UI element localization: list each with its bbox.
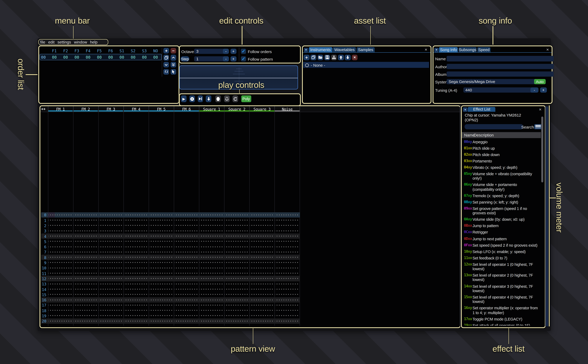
pattern-cell[interactable]: [48, 260, 73, 265]
pattern-cell[interactable]: [124, 286, 148, 292]
pattern-cell[interactable]: [149, 244, 173, 249]
pattern-cell[interactable]: [99, 218, 123, 223]
pattern-cell[interactable]: [149, 249, 173, 255]
effect-list-item[interactable]: 09xxSet groove pattern (speed 1 if no gr…: [462, 206, 542, 217]
step-decrement-button[interactable]: -: [223, 56, 229, 61]
pattern-cell[interactable]: [225, 218, 249, 223]
pattern-cell[interactable]: [275, 302, 299, 308]
tab-instruments[interactable]: Instruments: [309, 47, 332, 52]
pattern-cell[interactable]: [250, 255, 274, 260]
pattern-cell[interactable]: [199, 308, 224, 313]
instrument-folder-view-button[interactable]: [331, 55, 337, 60]
pattern-cell[interactable]: [73, 218, 98, 223]
pattern-cell[interactable]: [225, 260, 249, 265]
effect-list-item[interactable]: 0BxxJump to pattern: [462, 223, 542, 229]
pattern-cell[interactable]: [174, 239, 198, 244]
pattern-cell[interactable]: [225, 244, 249, 249]
pattern-cell[interactable]: [124, 212, 148, 218]
pattern-cell[interactable]: [275, 297, 299, 303]
pattern-cell[interactable]: [99, 308, 123, 313]
open-instrument-button[interactable]: [317, 55, 323, 60]
deep-clone-order-button[interactable]: [164, 69, 169, 75]
menu-item-window[interactable]: window: [74, 40, 87, 44]
order-edit-mode-button[interactable]: [171, 69, 176, 75]
pattern-cell[interactable]: [225, 212, 249, 218]
pattern-cell[interactable]: [149, 239, 173, 244]
pattern-cell[interactable]: [225, 308, 249, 313]
pattern-cell[interactable]: [149, 297, 173, 303]
pattern-cell[interactable]: [73, 265, 98, 271]
pattern-cell[interactable]: [99, 292, 123, 297]
effect-list-item[interactable]: 0DxxJump to next pattern: [462, 236, 542, 242]
effect-list-item[interactable]: 15xxSet level of operator 4 (0 highest, …: [462, 294, 542, 305]
pattern-cell[interactable]: [73, 318, 98, 324]
pattern-cell[interactable]: [199, 255, 224, 260]
octave-decrement-button[interactable]: -: [223, 49, 229, 54]
order-cell[interactable]: 00: [84, 55, 92, 59]
effect-list-collapse-icon[interactable]: ▼: [463, 108, 467, 112]
pattern-cell[interactable]: [48, 255, 73, 260]
tab-effect-list[interactable]: Effect List: [468, 107, 496, 112]
pattern-cell[interactable]: [199, 244, 224, 249]
pattern-cell[interactable]: [174, 271, 198, 276]
pattern-cell[interactable]: [48, 271, 73, 276]
pattern-cell[interactable]: [99, 281, 123, 286]
pattern-cell[interactable]: [250, 302, 274, 308]
pattern-cell[interactable]: [48, 318, 73, 324]
pattern-cell[interactable]: [124, 234, 148, 239]
pattern-cell[interactable]: [174, 218, 198, 223]
pattern-cell[interactable]: [149, 281, 173, 286]
pattern-cell[interactable]: [275, 281, 299, 286]
effect-list-item[interactable]: 0CxxRetrigger: [462, 229, 542, 236]
pattern-cell[interactable]: [73, 297, 98, 303]
effect-list-item[interactable]: 16xySet operator multiplier (x: operator…: [462, 305, 542, 316]
pattern-cell[interactable]: [174, 223, 198, 228]
order-cell[interactable]: 00: [107, 55, 114, 59]
pattern-cell[interactable]: [174, 302, 198, 308]
pattern-cell[interactable]: [73, 249, 98, 255]
effect-list-item[interactable]: 10xySetup LFO (x: enable; y: speed): [462, 249, 542, 255]
order-cell[interactable]: 00: [118, 55, 126, 59]
pattern-cell[interactable]: [149, 308, 173, 313]
pattern-cell[interactable]: [250, 244, 274, 249]
pattern-cell[interactable]: [225, 318, 249, 324]
pattern-cell[interactable]: [124, 265, 148, 271]
octave-increment-button[interactable]: +: [231, 49, 236, 54]
pattern-cell[interactable]: [73, 271, 98, 276]
pattern-cell[interactable]: [73, 239, 98, 244]
pattern-cell[interactable]: [48, 244, 73, 249]
pattern-cell[interactable]: [199, 218, 224, 223]
pattern-cell[interactable]: [174, 212, 198, 218]
pattern-cell[interactable]: [149, 212, 173, 218]
delete-instrument-button[interactable]: ×: [352, 55, 357, 60]
pattern-cell[interactable]: [225, 255, 249, 260]
pattern-cell[interactable]: [250, 228, 274, 234]
pattern-cell[interactable]: [73, 308, 98, 313]
pattern-cell[interactable]: [199, 271, 224, 276]
pattern-cell[interactable]: [225, 265, 249, 271]
pattern-cell[interactable]: [275, 228, 299, 234]
pattern-cell[interactable]: [199, 281, 224, 286]
pattern-cell[interactable]: [149, 313, 173, 318]
pattern-cell[interactable]: [99, 297, 123, 303]
pattern-cell[interactable]: [124, 228, 148, 234]
effect-list-item[interactable]: 01xxPitch slide up: [462, 145, 542, 152]
pattern-cell[interactable]: [124, 297, 148, 303]
pattern-cell[interactable]: [275, 260, 299, 265]
pattern-cell[interactable]: [124, 308, 148, 313]
pattern-cell[interactable]: [99, 265, 123, 271]
effect-list-item[interactable]: 05xyVolume slide + vibrato (compatibilit…: [462, 171, 542, 182]
pattern-cell[interactable]: [124, 302, 148, 308]
pattern-cell[interactable]: [275, 271, 299, 276]
pattern-cell[interactable]: [149, 218, 173, 223]
pattern-cell[interactable]: [174, 244, 198, 249]
pattern-cell[interactable]: [73, 281, 98, 286]
remove-order-button[interactable]: −: [171, 48, 176, 53]
pattern-cell[interactable]: [48, 292, 73, 297]
duplicate-order-end-button[interactable]: [171, 62, 176, 68]
pattern-cell[interactable]: [99, 228, 123, 234]
repeat-pattern-button[interactable]: [233, 96, 238, 102]
pattern-cell[interactable]: [149, 260, 173, 265]
pattern-cell[interactable]: [73, 260, 98, 265]
pattern-cell[interactable]: [48, 286, 73, 292]
